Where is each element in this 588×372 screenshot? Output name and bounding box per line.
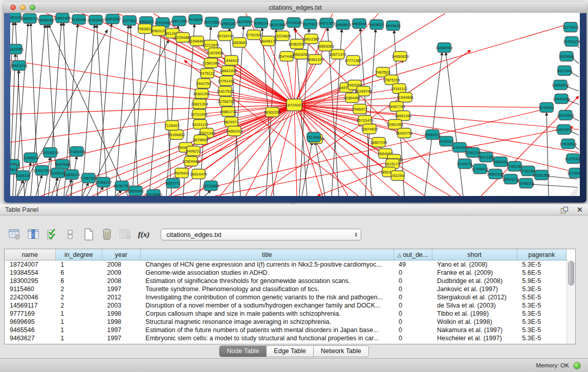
table-cell[interactable]: Yano et al. (2008) (432, 260, 517, 269)
table-cell[interactable]: de Silva et al. (2003) (432, 301, 517, 310)
network-node[interactable]: 16191684 (269, 20, 286, 30)
table-cell[interactable]: Wolkin et al. (1998) (432, 318, 517, 326)
network-node[interactable]: 252254 (391, 171, 404, 181)
zoom-window-button[interactable] (30, 5, 35, 10)
table-cell[interactable]: 1997 (102, 285, 140, 293)
network-view-window[interactable]: citations_edges.txt 16953241240557141854… (4, 2, 586, 203)
network-node[interactable]: 11173421 (562, 23, 579, 32)
network-node[interactable]: 12093872 (552, 80, 569, 90)
network-node[interactable]: 9465546 (352, 19, 366, 29)
network-node[interactable]: 14302158 (487, 169, 504, 179)
table-cell[interactable]: 14569117 (5, 301, 55, 310)
network-canvas[interactable]: 1695324124055714185403623069140691154602… (10, 13, 580, 196)
network-node[interactable]: 12876583 (145, 190, 162, 196)
network-node[interactable]: 15161112 (391, 84, 407, 94)
table-cell[interactable]: Corpus callosum shape and size in male p… (140, 310, 394, 318)
table-cell[interactable]: 1 (55, 334, 102, 342)
network-node[interactable]: 1853083 (232, 38, 247, 48)
table-mode-icon[interactable] (7, 227, 23, 242)
table-row[interactable]: 946362711997Embryonic stem cells: a mode… (5, 334, 567, 342)
function-builder-icon[interactable]: f(x) (136, 227, 151, 242)
network-node[interactable]: 17016504 (559, 139, 576, 149)
network-node[interactable]: 10718185 (285, 18, 302, 28)
table-cell[interactable]: 1 (55, 326, 102, 334)
table-row[interactable]: 911546021997Tourette syndrome. Phenomeno… (5, 285, 567, 293)
network-node[interactable]: 7125402 (164, 121, 179, 130)
network-node[interactable]: 5498222 (186, 146, 201, 156)
network-node[interactable]: 18300295 (264, 107, 280, 117)
table-cell[interactable]: 1998 (102, 310, 140, 318)
network-node[interactable]: 10653287 (104, 14, 121, 24)
network-node[interactable]: 1514454 (306, 133, 321, 142)
network-node[interactable]: 18842004 (220, 66, 236, 76)
table-cell[interactable]: 5.3E-5 (517, 301, 566, 310)
table-cell[interactable]: 2009 (102, 269, 140, 277)
network-node[interactable]: 10958107 (95, 178, 112, 187)
tab-network-table[interactable]: Network Table (314, 345, 369, 357)
network-node[interactable]: 8960124 (151, 26, 166, 36)
close-window-button[interactable] (10, 5, 16, 10)
column-header-out_degree[interactable]: △out_de... (394, 249, 432, 260)
table-row[interactable]: 969969511998Structural magnetic resonanc… (5, 318, 567, 326)
table-cell[interactable]: 5.3E-5 (517, 285, 566, 293)
table-cell[interactable]: 18300295 (5, 277, 55, 285)
table-cell[interactable]: Franke et al. (2009) (432, 269, 517, 277)
scrollbar-thumb[interactable] (568, 261, 574, 286)
network-node[interactable]: 16093214 (502, 174, 519, 184)
network-node[interactable]: 11817515 (217, 86, 234, 96)
table-cell[interactable]: 0 (394, 285, 432, 293)
row-height-icon[interactable] (62, 227, 78, 242)
table-cell[interactable]: Genome-wide association studies in ADHD. (140, 269, 394, 277)
network-node[interactable]: 21815528 (206, 48, 223, 58)
network-node[interactable]: 17771387 (344, 56, 361, 65)
network-node[interactable]: 16092751 (396, 128, 412, 138)
table-scrollbar[interactable] (567, 259, 575, 344)
column-header-short[interactable]: short (432, 249, 517, 260)
table-cell[interactable]: Dudbridge et al. (2008) (432, 277, 517, 285)
network-node[interactable]: 21581089 (202, 58, 219, 68)
network-node[interactable]: 18951092 (395, 111, 411, 121)
network-node[interactable]: 10553287 (220, 19, 236, 29)
network-node[interactable]: 24055714 (21, 14, 38, 24)
network-node[interactable]: 9857771 (165, 179, 180, 188)
table-cell[interactable]: 5.3E-5 (517, 260, 566, 269)
network-node[interactable]: 7963822 (137, 24, 152, 34)
table-cell[interactable]: 2008 (102, 260, 140, 269)
network-node[interactable]: 11942757 (34, 166, 51, 176)
network-node[interactable]: 16271353 (477, 152, 494, 162)
table-cell[interactable]: 9699695 (5, 318, 55, 326)
table-row[interactable]: 1830029562008Estimation of significance … (5, 277, 567, 285)
network-node[interactable]: 10674627 (361, 124, 378, 134)
table-cell[interactable]: Hescheler et al. (1997) (432, 334, 517, 342)
network-node[interactable]: 12609948 (182, 157, 199, 166)
table-cell[interactable]: 2 (55, 293, 102, 301)
table-cell[interactable]: 2 (55, 301, 102, 310)
column-header-title[interactable]: title (140, 249, 394, 260)
network-node[interactable]: 14850833 (391, 52, 408, 61)
network-node[interactable]: 13220626 (274, 31, 291, 41)
network-node[interactable]: 15720473 (356, 116, 373, 125)
network-node[interactable]: 8829371 (224, 117, 238, 127)
network-node[interactable]: 1527602 (122, 16, 137, 26)
network-node[interactable]: 10671373 (329, 50, 346, 59)
network-node[interactable]: 8127402 (302, 19, 317, 29)
network-node[interactable]: 22420046 (87, 15, 104, 25)
network-node[interactable]: 17359924 (68, 147, 85, 157)
new-table-icon[interactable] (81, 227, 96, 242)
network-node[interactable]: 20821314 (191, 99, 208, 109)
show-columns-icon[interactable] (26, 227, 41, 242)
network-node[interactable]: 14662013 (226, 126, 243, 136)
network-node[interactable]: 9699695 (385, 21, 400, 31)
network-node[interactable]: 11075334 (565, 154, 580, 164)
table-cell[interactable]: Nakamura et al. (1997) (432, 326, 517, 334)
table-cell[interactable]: 2003 (102, 301, 140, 310)
table-cell[interactable]: Tibbo et al. (1998) (432, 310, 517, 318)
network-node[interactable]: 9097588 (55, 160, 70, 169)
table-cell[interactable]: 0 (394, 293, 432, 301)
table-cell[interactable]: 0 (394, 334, 432, 342)
select-rows-icon[interactable] (44, 227, 59, 242)
network-node[interactable]: 15272662 (203, 17, 220, 27)
network-node[interactable]: 9227349 (557, 66, 572, 76)
network-node[interactable]: 1156823 (24, 153, 38, 163)
table-cell[interactable]: 0 (394, 310, 432, 318)
